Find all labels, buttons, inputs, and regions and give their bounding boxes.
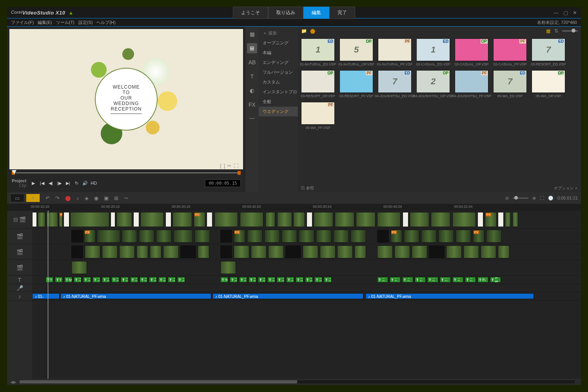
clip[interactable]: こ: [158, 277, 166, 283]
options-toggle[interactable]: オプション ∧: [554, 185, 578, 191]
clip[interactable]: こ: [93, 277, 100, 283]
workflow-tab-3[interactable]: 完了: [329, 7, 355, 19]
loop-button[interactable]: ↻: [73, 181, 80, 186]
clip[interactable]: [59, 212, 63, 227]
clip[interactable]: [240, 212, 263, 227]
clip[interactable]: こ: [83, 277, 91, 283]
clip[interactable]: [38, 212, 45, 227]
template-thumb[interactable]: ED 7 05-WA_ED.VSP: [493, 70, 527, 98]
category-item[interactable]: 全般: [259, 97, 298, 107]
clip[interactable]: [456, 230, 471, 243]
grid-icon[interactable]: ⊞: [114, 195, 118, 201]
track-1[interactable]: [32, 229, 581, 244]
clip[interactable]: こ: [427, 277, 438, 283]
clip[interactable]: 01-NATURAL_PF.wma: [365, 293, 534, 299]
template-thumb[interactable]: OP 5 01-NATURAL_OP.VSP: [339, 38, 373, 66]
next-frame-button[interactable]: |▶: [56, 181, 62, 186]
template-thumb[interactable]: ED 1 01-NATURAL_ED.VSP: [301, 38, 335, 66]
maximize-button[interactable]: ▢: [563, 10, 568, 16]
preview-scrubber[interactable]: [ ] ✂ ⛶: [12, 170, 241, 176]
template-thumb[interactable]: ED 7 04-JOUSHITSU_ED.VSP: [378, 70, 412, 98]
template-thumb[interactable]: PF 04-JOUSHITSU_PF.VSP: [455, 70, 488, 98]
clip[interactable]: [335, 212, 354, 227]
clip[interactable]: [377, 245, 393, 258]
clip[interactable]: [139, 230, 154, 243]
clip[interactable]: こ: [377, 277, 388, 283]
track-header-5[interactable]: 🎤: [7, 284, 32, 292]
clip[interactable]: [390, 230, 402, 243]
clip[interactable]: こ: [168, 277, 176, 283]
lib-paths-icon[interactable]: 〰: [247, 114, 257, 124]
clip[interactable]: [285, 245, 301, 258]
clip[interactable]: [173, 230, 193, 243]
template-thumb[interactable]: OP 2 04-JOUSHITSU_OP.VSP: [416, 70, 450, 98]
category-item[interactable]: インスタントプロジェ..: [259, 87, 298, 97]
template-thumb[interactable]: ED 1 02-CASUAL_ED.VSP: [416, 38, 450, 66]
clip[interactable]: [394, 245, 410, 258]
clip[interactable]: [307, 212, 312, 227]
menu-4[interactable]: ヘルプ(H): [96, 20, 115, 25]
timeline-ruler[interactable]: 00:00:10:1000:00:20:1500:00:20:1800:00:4…: [7, 204, 581, 211]
clip[interactable]: [486, 230, 502, 243]
clip[interactable]: [377, 212, 401, 227]
workflow-tab-2[interactable]: 編集: [303, 7, 329, 19]
workflow-tab-0[interactable]: ようこそ: [233, 7, 268, 19]
fit-timeline-icon[interactable]: ⛶: [540, 196, 544, 200]
clip[interactable]: こ: [267, 277, 275, 283]
track-header-1[interactable]: 🎬: [7, 229, 32, 244]
clip[interactable]: こ: [465, 277, 476, 283]
add-category-button[interactable]: ＋ 追加: [259, 28, 298, 38]
clip[interactable]: [172, 212, 192, 227]
minimize-button[interactable]: —: [554, 10, 559, 16]
clip[interactable]: こ: [249, 277, 256, 283]
clip[interactable]: [116, 212, 132, 227]
clip[interactable]: [234, 245, 249, 258]
track-header-3[interactable]: 🎬: [7, 260, 32, 276]
goto-start-button[interactable]: |◀: [39, 181, 45, 186]
clip[interactable]: [265, 212, 275, 227]
multicam-icon[interactable]: ▣: [104, 195, 109, 201]
clip[interactable]: [316, 230, 332, 243]
clip[interactable]: [412, 245, 427, 258]
clip[interactable]: 01-NATURAL_PF.wma: [212, 293, 363, 299]
clip[interactable]: [438, 230, 454, 243]
clip[interactable]: [220, 261, 236, 274]
category-item[interactable]: ウエディング: [259, 107, 298, 116]
clip[interactable]: [481, 245, 496, 258]
lib-templates-icon[interactable]: ⊞: [247, 43, 257, 53]
clip[interactable]: こ: [277, 277, 285, 283]
clip[interactable]: [320, 245, 336, 258]
clip[interactable]: こ: [74, 277, 82, 283]
clip[interactable]: Muko: [64, 277, 72, 283]
clip[interactable]: [452, 212, 476, 227]
menu-0[interactable]: ファイル(F): [11, 20, 34, 25]
clip[interactable]: こ: [130, 277, 138, 283]
clip[interactable]: こ: [296, 277, 303, 283]
clip[interactable]: こ: [230, 277, 238, 283]
track-2[interactable]: [32, 244, 581, 260]
audio-mixer-icon[interactable]: ♪: [76, 195, 79, 201]
clip[interactable]: [268, 245, 284, 258]
template-thumb[interactable]: OP 02-CASUAL_OP.VSP: [455, 38, 488, 66]
goto-end-button[interactable]: ▶|: [65, 181, 71, 186]
template-thumb[interactable]: PF 02-CASUAL_PF.VSP: [493, 38, 527, 66]
template-thumb[interactable]: OP 05-WA_OP.VSP: [532, 70, 565, 98]
lib-graphics-icon[interactable]: ◐: [247, 85, 257, 96]
track-3[interactable]: [32, 260, 581, 276]
clip[interactable]: こ: [415, 277, 426, 283]
menu-1[interactable]: 編集(E): [38, 20, 52, 25]
clip[interactable]: [180, 245, 196, 258]
timeline-playhead[interactable]: [48, 211, 48, 379]
redo-button[interactable]: ↷: [55, 195, 60, 201]
clip[interactable]: [505, 212, 511, 227]
clip[interactable]: [251, 245, 267, 258]
clip[interactable]: T: [45, 277, 53, 283]
clip[interactable]: [421, 230, 437, 243]
lib-titles-icon[interactable]: T: [247, 71, 257, 82]
clip[interactable]: [477, 212, 483, 227]
clip[interactable]: [32, 212, 37, 227]
clip[interactable]: [140, 212, 164, 227]
clip[interactable]: [299, 230, 314, 243]
view-grid-icon[interactable]: ▦: [546, 28, 550, 34]
clip[interactable]: [163, 245, 179, 258]
